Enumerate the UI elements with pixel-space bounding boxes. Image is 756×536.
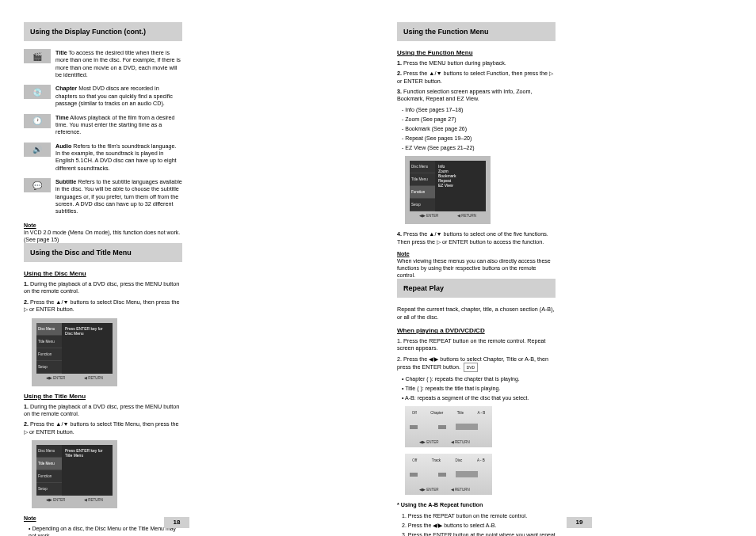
osd-foot-item: ◀ RETURN <box>457 214 476 218</box>
intro-text: Repeat the current track, chapter, title… <box>397 306 556 321</box>
icon-desc-text: Refers to the film's soundtrack language… <box>55 143 177 172</box>
icon-row-time: 🕐 Time Allows playback of the film from … <box>24 114 182 136</box>
page-19: Using the Function Menu Using the Functi… <box>378 0 756 536</box>
icon-label: Time <box>55 114 69 121</box>
note-bullet: • Depending on a disc, the Disc Menu or … <box>29 525 182 536</box>
audio-icon: 🔊 <box>24 143 51 157</box>
osd-function-menu: Disc Menu Title Menu Function Setup Info… <box>405 156 491 224</box>
subtitle-icon: 💬 <box>24 178 51 192</box>
osd-side-item: Function <box>36 470 62 483</box>
icon-label: Audio <box>55 143 71 150</box>
osd-side-item: Function <box>410 186 435 199</box>
chapter-icon: 💿 <box>24 85 51 99</box>
note-block: Note When viewing these menus you can al… <box>397 250 556 279</box>
page-18: Using the Display Function (cont.) 🎬 Tit… <box>0 0 378 536</box>
time-icon: 🕐 <box>24 114 51 128</box>
icon-desc-text: Allows playback of the film from a desir… <box>55 114 175 136</box>
osd-side-item: Disc Menu <box>410 161 435 173</box>
osd-foot-item: ◀▶ ENTER <box>419 214 439 218</box>
sub-when-playing: When playing a DVD/VCD/CD <box>397 327 556 334</box>
func-ref: - Info (See pages 17–18) <box>402 106 556 113</box>
sub-disc-menu: Using the Disc Menu <box>24 270 182 277</box>
step: 2. Press the ◀/▶ buttons to select Chapt… <box>397 355 556 372</box>
section-header-display-cont: Using the Display Function (cont.) <box>24 22 182 41</box>
col-repeat-play: Repeat Play Repeat the current track, ch… <box>397 279 556 536</box>
note-block: Note In VCD 2.0 mode (Menu On mode), thi… <box>24 222 182 243</box>
osd-side-item: Title Menu <box>410 173 435 186</box>
dvd-badge-icon: DVD <box>464 363 478 372</box>
osd-side-item: Setup <box>410 199 435 211</box>
osd-side-item: Setup <box>36 483 62 496</box>
section-header-disc-title: Using the Disc and Title Menu <box>24 243 182 262</box>
osd-side-item: Setup <box>36 361 62 374</box>
osd-side-item: Disc Menu <box>36 323 62 336</box>
icon-row-title: 🎬 Title To access the desired title when… <box>24 49 182 78</box>
osd-title-menu: Disc Menu Title Menu Function Setup Pres… <box>32 440 117 508</box>
step: 1. Press the MENU button during playback… <box>397 59 556 67</box>
section-header-function: Using the Function Menu <box>397 22 556 41</box>
repeat-mode: • Chapter ( ): repeats the chapter that … <box>402 375 556 382</box>
osd-side-item: Title Menu <box>36 336 62 348</box>
sub-function-menu: Using the Function Menu <box>397 49 556 56</box>
section-header-repeat: Repeat Play <box>397 279 556 298</box>
page-number: 19 <box>567 517 592 528</box>
note-body: In VCD 2.0 mode (Menu On mode), this fun… <box>24 230 180 242</box>
osd-side-item: Title Menu <box>36 458 62 470</box>
note-head: Note <box>24 222 36 228</box>
osd-side-item: Disc Menu <box>36 445 62 458</box>
note-body: When viewing these menus you can also di… <box>397 258 551 278</box>
col-disc-title-menu: Using the Disc and Title Menu Using the … <box>24 243 182 536</box>
step: 1. Press the REPEAT button on the remote… <box>397 337 556 352</box>
osd-foot-item: ◀ RETURN <box>84 498 103 502</box>
col-icons: Using the Display Function (cont.) 🎬 Tit… <box>24 22 182 243</box>
title-icon: 🎬 <box>24 49 51 63</box>
note-head: Note <box>397 251 410 257</box>
icon-desc-text: To access the desired title when there i… <box>55 49 181 78</box>
step: 2. Press the ▲/▼ buttons to select Disc … <box>24 298 182 314</box>
osd-foot-item: ◀ RETURN <box>84 376 103 380</box>
ab-step: 3. Press the ENTER button at the point w… <box>402 531 556 536</box>
sub-title-menu: Using the Title Menu <box>24 393 182 400</box>
icon-row-audio: 🔊 Audio Refers to the film's soundtrack … <box>24 143 182 172</box>
step: 4. Press the ▲/▼ buttons to select one o… <box>397 230 556 245</box>
repeat-osd-dvd: Off Chapter Title A - B ◀▶ ENTER ◀ RETUR… <box>405 406 492 447</box>
ab-title: * Using the A-B Repeat function <box>397 501 556 508</box>
func-ref: - EZ View (See pages 21–22) <box>402 144 556 151</box>
func-ref: - Repeat (See pages 19–20) <box>402 135 556 142</box>
note-block: Note • Depending on a disc, the Disc Men… <box>24 515 182 536</box>
repeat-mode: • A-B: repeats a segment of the disc tha… <box>402 394 556 401</box>
step: 3. Function selection screen appears wit… <box>397 88 556 103</box>
icon-label: Subtitle <box>55 178 76 185</box>
ab-step: 2. Press the ◀/▶ buttons to select A-B. <box>402 522 556 529</box>
icon-label: Title <box>55 49 67 56</box>
step: 1. During the playback of a DVD disc, pr… <box>24 403 182 418</box>
icon-label: Chapter <box>55 85 77 92</box>
col-function-menu: Using the Function Menu Using the Functi… <box>397 22 556 279</box>
osd-main-text: Press ENTER key for Title Menu <box>62 445 113 496</box>
ab-step: 1. Press the REPEAT button on the remote… <box>402 512 556 519</box>
icon-row-chapter: 💿 Chapter Most DVD discs are recorded in… <box>24 85 182 107</box>
icon-row-subtitle: 💬 Subtitle Refers to the subtitle langua… <box>24 178 182 215</box>
osd-foot-item: ◀▶ ENTER <box>46 498 66 502</box>
note-head: Note <box>24 515 36 521</box>
step: 2. Press the ▲/▼ buttons to select Funct… <box>397 70 556 85</box>
page-number: 18 <box>164 517 189 528</box>
osd-side-item: Function <box>36 348 62 361</box>
step: 2. Press the ▲/▼ buttons to select Title… <box>24 420 182 435</box>
repeat-mode: • Title ( ): repeats the title that is p… <box>402 385 556 392</box>
repeat-osd-vcd: Off Track Disc A - B ◀▶ ENTER ◀ RETURN <box>405 454 492 495</box>
step: 1. During the playback of a DVD disc, pr… <box>24 280 182 295</box>
osd-foot-item: ◀▶ ENTER <box>46 376 66 380</box>
osd-main-list: Info Zoom Bookmark Repeat EZ View <box>435 161 486 211</box>
func-ref: - Zoom (See page 27) <box>402 116 556 123</box>
osd-disc-menu: Disc Menu Title Menu Function Setup Pres… <box>32 318 117 386</box>
osd-main-text: Press ENTER key for Disc Menu <box>62 323 113 374</box>
func-ref: - Bookmark (See page 26) <box>402 125 556 132</box>
